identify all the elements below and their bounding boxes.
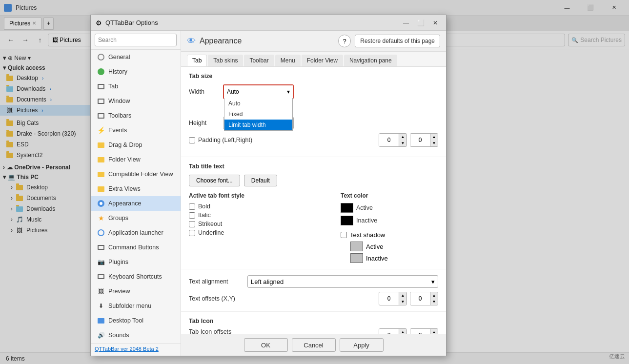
nav-item-general[interactable]: General	[91, 50, 181, 64]
dropdown-option-limit[interactable]: Limit tab width	[224, 120, 292, 130]
nav-item-history[interactable]: History	[91, 64, 181, 79]
icon-offset-y-input[interactable]	[410, 329, 430, 334]
dialog-minimize-btn[interactable]: —	[399, 18, 413, 28]
padding-down-2[interactable]: ▼	[430, 140, 438, 146]
dialog-sidebar: General History Tab	[91, 31, 181, 356]
width-dropdown-header[interactable]: Auto ▾	[224, 85, 293, 98]
width-dropdown-open[interactable]: Auto ▾ Auto Fixed Limit tab width	[223, 84, 294, 99]
text-offset-y-down[interactable]: ▼	[430, 299, 438, 305]
padding-value-2[interactable]	[410, 134, 430, 146]
inactive-color-label: Inactive	[356, 217, 377, 224]
shadow-active-label: Active	[366, 243, 383, 250]
nav-item-groups[interactable]: ★ Groups	[91, 211, 181, 225]
underline-row: Underline	[189, 229, 333, 236]
nav-item-folder-view[interactable]: Folder View	[91, 152, 181, 167]
nav-item-extra-views[interactable]: Extra Views	[91, 182, 181, 196]
dialog-titlebar: ⚙ QTTabBar Options — ⬜ ✕	[91, 15, 446, 31]
alignment-section: Text alignment Left aligned ▾ Text offse…	[181, 269, 446, 312]
tab-folder-view[interactable]: Folder View	[302, 55, 343, 66]
apply-button[interactable]: Apply	[340, 338, 384, 352]
nav-item-sounds[interactable]: 🔊 Sounds	[91, 328, 181, 343]
tab-size-title: Tab size	[189, 73, 438, 80]
icon-offset-x-btns: ▲ ▼	[399, 329, 406, 334]
italic-checkbox[interactable]	[189, 212, 195, 219]
nav-item-desktop-tool[interactable]: Desktop Tool	[91, 313, 181, 328]
underline-checkbox[interactable]	[189, 230, 195, 236]
text-offset-x-input[interactable]	[379, 292, 399, 305]
shadow-inactive-swatch[interactable]	[350, 253, 363, 263]
restore-defaults-button[interactable]: Restore defaults of this page	[355, 35, 440, 47]
text-offset-x-up[interactable]: ▲	[399, 292, 406, 299]
text-offset-y-input[interactable]	[410, 292, 430, 305]
inactive-color-swatch[interactable]	[341, 216, 353, 225]
padding-down-1[interactable]: ▼	[399, 140, 406, 146]
dialog-main-header: 👁 Appearance ? Restore defaults of this …	[181, 31, 446, 52]
nav-item-subfolder-menu[interactable]: ⬇ Subfolder menu	[91, 299, 181, 313]
desktop-tool-icon	[97, 316, 105, 325]
text-offsets-row: Text offsets (X,Y) ▲ ▼	[189, 292, 438, 305]
font-style-title: Active tab font style	[189, 192, 333, 199]
nav-item-command-buttons[interactable]: Command Buttons	[91, 240, 181, 255]
text-offset-spinners: ▲ ▼ ▲ ▼	[379, 292, 438, 305]
padding-up-2[interactable]: ▲	[430, 134, 438, 140]
tab-tab[interactable]: Tab	[187, 55, 207, 66]
icon-offset-x-up[interactable]: ▲	[399, 329, 406, 334]
text-alignment-label: Text alignment	[189, 278, 243, 285]
text-offsets-label: Text offsets (X,Y)	[189, 295, 243, 302]
tab-title-section: Tab title text Choose font... Default Ac…	[181, 157, 446, 269]
text-offset-x-btns: ▲ ▼	[399, 292, 406, 305]
drag-icon	[97, 141, 105, 149]
tab-tab-skins[interactable]: Tab skins	[208, 55, 243, 66]
inactive-color-row: Inactive	[341, 216, 438, 225]
strikeout-checkbox[interactable]	[189, 221, 195, 227]
footer-link[interactable]: QTTabBar ver 2048 Beta 2	[95, 346, 177, 352]
font-style-options: Bold Italic Strikeout	[189, 203, 333, 236]
shadow-options: Active Inactive	[350, 242, 438, 263]
nav-item-plugins[interactable]: 📷 Plugins	[91, 255, 181, 269]
active-color-swatch[interactable]	[341, 203, 353, 213]
nav-item-keyboard-shortcuts[interactable]: Keyboard Shortcuts	[91, 269, 181, 284]
text-offset-y-up[interactable]: ▲	[430, 292, 438, 299]
dialog-main-title: Appearance	[200, 37, 334, 45]
padding-checkbox[interactable]	[189, 137, 195, 143]
default-font-button[interactable]: Default	[244, 175, 277, 186]
icon-offset-y-btns: ▲ ▼	[430, 329, 438, 334]
dropdown-option-auto[interactable]: Auto	[224, 98, 292, 109]
ok-button[interactable]: OK	[244, 338, 288, 352]
dialog-close-btn[interactable]: ✕	[428, 18, 442, 28]
nav-item-appearance[interactable]: Appearance	[91, 196, 181, 211]
dropdown-option-fixed[interactable]: Fixed	[224, 109, 292, 120]
icon-offset-y-up[interactable]: ▲	[430, 329, 438, 334]
dialog-maximize-btn[interactable]: ⬜	[414, 18, 427, 28]
nav-item-tab[interactable]: Tab	[91, 79, 181, 94]
padding-value-1[interactable]	[379, 134, 399, 146]
active-color-label: Active	[356, 204, 373, 211]
tab-toolbar[interactable]: Toolbar	[244, 55, 274, 66]
text-alignment-select[interactable]: Left aligned ▾	[247, 275, 438, 288]
dialog-window: ⚙ QTTabBar Options — ⬜ ✕ General	[90, 15, 446, 356]
text-shadow-checkbox[interactable]	[341, 232, 347, 238]
active-color-row: Active	[341, 203, 438, 213]
bold-checkbox[interactable]	[189, 203, 195, 210]
nav-item-toolbars[interactable]: Toolbars	[91, 108, 181, 123]
nav-item-drag-drop[interactable]: Drag & Drop	[91, 138, 181, 152]
nav-item-compat-folder[interactable]: Compatible Folder View	[91, 167, 181, 182]
tab-menu[interactable]: Menu	[275, 55, 301, 66]
nav-item-events[interactable]: ⚡ Events	[91, 123, 181, 138]
nav-item-app-launcher[interactable]: Application launcher	[91, 225, 181, 240]
shadow-inactive-label: Inactive	[366, 255, 388, 262]
shadow-active-swatch[interactable]	[350, 242, 363, 251]
text-offset-x-down[interactable]: ▼	[399, 299, 406, 305]
nav-item-window[interactable]: Window	[91, 94, 181, 108]
choose-font-button[interactable]: Choose font...	[189, 175, 240, 186]
width-label: Width	[189, 88, 218, 95]
dialog-main: 👁 Appearance ? Restore defaults of this …	[181, 31, 446, 356]
padding-up-1[interactable]: ▲	[399, 134, 406, 140]
icon-offset-x-input[interactable]	[379, 329, 399, 334]
cancel-button[interactable]: Cancel	[292, 338, 336, 352]
tab-navigation-pane[interactable]: Navigation pane	[344, 55, 397, 66]
header-appearance-icon: 👁	[187, 36, 196, 46]
dialog-search-input[interactable]	[95, 34, 177, 46]
nav-item-preview[interactable]: 🖼 Preview	[91, 284, 181, 299]
help-button[interactable]: ?	[338, 35, 351, 47]
